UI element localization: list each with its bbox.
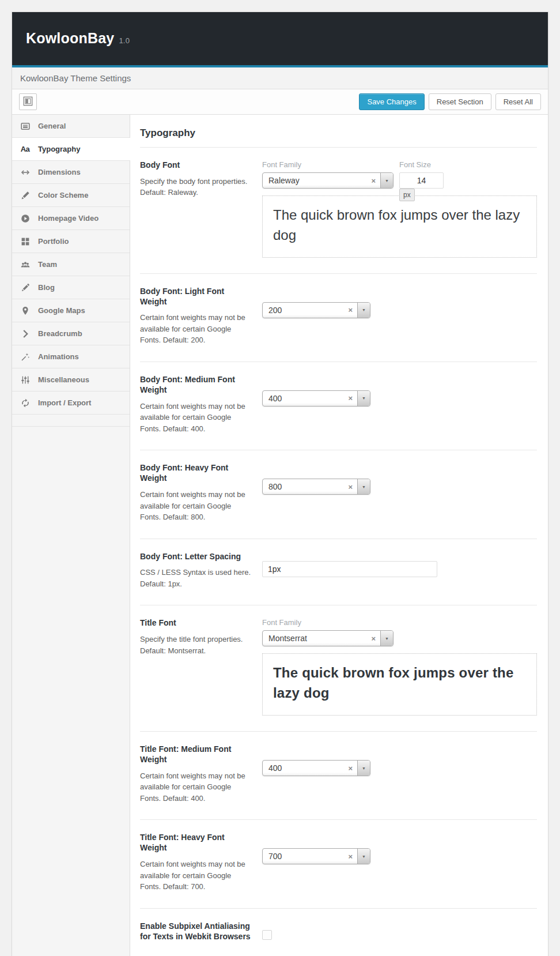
field-title: Title Font: Medium Font Weight: [140, 744, 253, 765]
sidebar-item-breadcrumb[interactable]: Breadcrumb: [12, 322, 130, 345]
people-icon: [20, 259, 31, 269]
reset-section-button[interactable]: Reset Section: [429, 93, 491, 110]
pencil-icon: [20, 283, 31, 292]
field-title-heavy-weight: Title Font: Heavy Font Weight Certain fo…: [140, 820, 537, 908]
main-content: Typography Body Font Specify the body fo…: [130, 115, 548, 956]
field-subpixel-antialiasing: Enable Subpixel Antialiasing for Texts i…: [140, 909, 537, 956]
app-title: KowloonBay: [26, 30, 114, 47]
field-title: Body Font: Light Font Weight: [140, 287, 253, 307]
clear-selection-icon[interactable]: ×: [343, 483, 357, 491]
field-letter-spacing: Body Font: Letter Spacing CSS / LESS Syn…: [140, 539, 537, 606]
font-size-unit-badge[interactable]: px: [399, 189, 415, 201]
field-description: CSS / LESS Syntax is used here. Default:…: [140, 567, 253, 589]
title-font-family-select[interactable]: Montserrat × ▼: [262, 630, 393, 646]
title-heavy-weight-select[interactable]: 700 × ▼: [262, 848, 370, 864]
sidebar-item-portfolio[interactable]: Portfolio: [12, 230, 130, 253]
reset-all-button[interactable]: Reset All: [495, 93, 541, 110]
sidebar-item-label: Animations: [38, 352, 79, 361]
sidebar-item-dimensions[interactable]: Dimensions: [12, 161, 130, 184]
page-title: KowloonBay 1.0: [26, 30, 534, 47]
selected-weight: 800: [263, 482, 343, 491]
dropdown-arrow-icon[interactable]: ▼: [380, 631, 393, 646]
body-medium-weight-select[interactable]: 400 × ▼: [262, 390, 370, 407]
sidebar-item-general[interactable]: General: [12, 115, 130, 138]
subheader-title: KowloonBay Theme Settings: [20, 73, 131, 83]
field-title: Title Font: [140, 618, 253, 628]
page: KowloonBay 1.0 KowloonBay Theme Settings…: [0, 0, 560, 956]
sidebar-item-miscellaneous[interactable]: Miscellaneous: [12, 368, 130, 392]
body-light-weight-select[interactable]: 200 × ▼: [262, 302, 370, 318]
grid-icon: [20, 236, 31, 246]
clear-selection-icon[interactable]: ×: [343, 306, 357, 314]
body-font-family-select[interactable]: Raleway × ▼: [262, 172, 393, 189]
sync-icon: [20, 398, 31, 408]
map-pin-icon: [20, 306, 31, 315]
dropdown-arrow-icon[interactable]: ▼: [357, 849, 370, 864]
clear-selection-icon[interactable]: ×: [366, 176, 380, 185]
sidebar-item-blog[interactable]: Blog: [12, 276, 130, 299]
sidebar-item-label: Typography: [38, 145, 80, 153]
field-title: Enable Subpixel Antialiasing for Texts i…: [140, 921, 253, 942]
body-font-size-input[interactable]: [399, 172, 444, 189]
sidebar-item-label: Import / Export: [38, 398, 91, 407]
sidebar-item-animations[interactable]: Animations: [12, 345, 130, 368]
sidebar-spacer: [12, 415, 130, 427]
sidebar-item-color-scheme[interactable]: Color Scheme: [12, 184, 130, 207]
brush-icon: [20, 190, 31, 200]
font-family-label: Font Family: [262, 618, 537, 627]
section-title: Typography: [140, 123, 537, 148]
sidebar-item-label: Dimensions: [38, 168, 81, 176]
dropdown-arrow-icon[interactable]: ▼: [357, 761, 370, 776]
clear-selection-icon[interactable]: ×: [366, 634, 380, 643]
subpixel-antialiasing-checkbox[interactable]: [262, 930, 272, 940]
theme-options-panel: KowloonBay 1.0 KowloonBay Theme Settings…: [12, 12, 548, 956]
field-description: Specify the body font properties. Defaul…: [140, 176, 253, 198]
sidebar-item-typography[interactable]: Aa Typography: [12, 138, 130, 161]
chevron-right-icon: [20, 329, 31, 338]
title-medium-weight-select[interactable]: 400 × ▼: [262, 760, 370, 776]
letter-spacing-input[interactable]: [262, 561, 437, 577]
expand-options-button[interactable]: [19, 93, 37, 110]
sidebar-item-google-maps[interactable]: Google Maps: [12, 299, 130, 322]
sidebar-item-import-export[interactable]: Import / Export: [12, 392, 130, 415]
play-circle-icon: [20, 213, 31, 223]
field-description: Certain font weights may not be availabl…: [140, 401, 253, 435]
magic-wand-icon: [20, 352, 31, 362]
field-title: Body Font: Letter Spacing: [140, 552, 253, 562]
typography-aa-icon: Aa: [20, 144, 31, 154]
body-heavy-weight-select[interactable]: 800 × ▼: [262, 479, 370, 495]
sidebar-item-label: Miscellaneous: [38, 375, 89, 384]
sidebar-item-team[interactable]: Team: [12, 253, 130, 276]
sidebar-item-homepage-video[interactable]: Homepage Video: [12, 207, 130, 230]
field-title: Body Font: Heavy Font Weight: [140, 463, 253, 484]
selected-font-family: Raleway: [263, 176, 366, 185]
clear-selection-icon[interactable]: ×: [343, 394, 357, 402]
clear-selection-icon[interactable]: ×: [343, 852, 357, 861]
dropdown-arrow-icon[interactable]: ▼: [357, 391, 370, 406]
toolbar-actions: Save Changes Reset Section Reset All: [359, 93, 541, 110]
font-family-label: Font Family: [262, 160, 393, 169]
field-description: Specify the title font properties. Defau…: [140, 634, 253, 656]
dropdown-arrow-icon[interactable]: ▼: [357, 303, 370, 318]
sidebar-item-label: Blog: [38, 283, 55, 292]
panel-header: KowloonBay 1.0: [12, 12, 548, 67]
field-title-medium-weight: Title Font: Medium Font Weight Certain f…: [140, 732, 537, 820]
field-description: Certain font weights may not be availabl…: [140, 312, 253, 346]
body-wrap: General Aa Typography Dimensions Color S…: [12, 115, 548, 956]
subheader: KowloonBay Theme Settings: [12, 67, 548, 89]
field-body-light-weight: Body Font: Light Font Weight Certain fon…: [140, 274, 537, 362]
clear-selection-icon[interactable]: ×: [343, 764, 357, 773]
selected-weight: 700: [263, 852, 343, 861]
field-title: Body Font: [140, 160, 253, 171]
sidebar-item-label: Breadcrumb: [38, 329, 82, 338]
selected-weight: 400: [263, 394, 343, 403]
dropdown-arrow-icon[interactable]: ▼: [357, 479, 370, 494]
sidebar-item-label: Google Maps: [38, 306, 85, 315]
selected-weight: 400: [263, 763, 343, 773]
expand-layout-icon: [23, 96, 33, 108]
save-changes-button[interactable]: Save Changes: [359, 93, 424, 110]
dropdown-arrow-icon[interactable]: ▼: [380, 173, 393, 188]
screen-icon: [20, 121, 31, 131]
field-description: Certain font weights may not be availabl…: [140, 859, 253, 893]
field-description: Certain font weights may not be availabl…: [140, 489, 253, 523]
